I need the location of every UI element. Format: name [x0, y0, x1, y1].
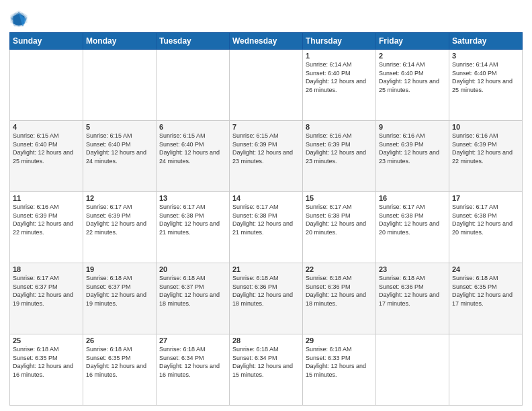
- calendar-cell: 22Sunrise: 6:18 AM Sunset: 6:36 PM Dayli…: [303, 263, 376, 334]
- day-number: 28: [232, 336, 300, 345]
- calendar-cell: 15Sunrise: 6:17 AM Sunset: 6:38 PM Dayli…: [303, 192, 376, 263]
- calendar-cell: 25Sunrise: 6:18 AM Sunset: 6:35 PM Dayli…: [10, 334, 83, 406]
- day-info: Sunrise: 6:18 AM Sunset: 6:36 PM Dayligh…: [379, 274, 446, 308]
- day-info: Sunrise: 6:18 AM Sunset: 6:35 PM Dayligh…: [13, 345, 80, 379]
- calendar-cell: 13Sunrise: 6:17 AM Sunset: 6:38 PM Dayli…: [157, 192, 230, 263]
- calendar-cell: 12Sunrise: 6:17 AM Sunset: 6:39 PM Dayli…: [83, 192, 157, 263]
- calendar-cell: 10Sunrise: 6:16 AM Sunset: 6:39 PM Dayli…: [449, 121, 523, 192]
- day-info: Sunrise: 6:14 AM Sunset: 6:40 PM Dayligh…: [379, 60, 446, 94]
- calendar-cell: 29Sunrise: 6:18 AM Sunset: 6:33 PM Dayli…: [303, 334, 376, 406]
- day-info: Sunrise: 6:18 AM Sunset: 6:34 PM Dayligh…: [159, 345, 226, 379]
- day-info: Sunrise: 6:14 AM Sunset: 6:40 PM Dayligh…: [306, 60, 373, 94]
- day-info: Sunrise: 6:16 AM Sunset: 6:39 PM Dayligh…: [13, 203, 80, 236]
- calendar-cell: [10, 50, 83, 121]
- calendar-cell: 16Sunrise: 6:17 AM Sunset: 6:38 PM Dayli…: [376, 192, 449, 263]
- calendar-cell: 1Sunrise: 6:14 AM Sunset: 6:40 PM Daylig…: [303, 50, 376, 121]
- calendar-cell: 4Sunrise: 6:15 AM Sunset: 6:40 PM Daylig…: [10, 121, 83, 192]
- calendar-week-4: 18Sunrise: 6:17 AM Sunset: 6:37 PM Dayli…: [10, 263, 523, 334]
- day-info: Sunrise: 6:15 AM Sunset: 6:40 PM Dayligh…: [159, 132, 226, 165]
- day-info: Sunrise: 6:16 AM Sunset: 6:39 PM Dayligh…: [379, 132, 446, 165]
- day-info: Sunrise: 6:15 AM Sunset: 6:40 PM Dayligh…: [13, 132, 80, 165]
- calendar-cell: 20Sunrise: 6:18 AM Sunset: 6:37 PM Dayli…: [157, 263, 230, 334]
- day-number: 21: [232, 265, 300, 273]
- day-number: 14: [232, 194, 300, 202]
- calendar-cell: [376, 334, 449, 406]
- day-number: 3: [452, 52, 519, 60]
- col-sunday: Sunday: [10, 33, 83, 50]
- day-number: 1: [306, 52, 373, 60]
- day-number: 26: [86, 336, 153, 345]
- day-info: Sunrise: 6:17 AM Sunset: 6:37 PM Dayligh…: [13, 274, 80, 308]
- day-info: Sunrise: 6:18 AM Sunset: 6:35 PM Dayligh…: [86, 345, 153, 379]
- day-number: 8: [306, 123, 373, 131]
- day-info: Sunrise: 6:17 AM Sunset: 6:38 PM Dayligh…: [232, 203, 300, 236]
- calendar-cell: 9Sunrise: 6:16 AM Sunset: 6:39 PM Daylig…: [376, 121, 449, 192]
- calendar-cell: 26Sunrise: 6:18 AM Sunset: 6:35 PM Dayli…: [83, 334, 157, 406]
- day-number: 7: [232, 123, 300, 131]
- col-saturday: Saturday: [449, 33, 523, 50]
- page: Sunday Monday Tuesday Wednesday Thursday…: [0, 0, 532, 411]
- day-info: Sunrise: 6:18 AM Sunset: 6:37 PM Dayligh…: [159, 274, 226, 308]
- calendar-week-1: 1Sunrise: 6:14 AM Sunset: 6:40 PM Daylig…: [10, 50, 523, 121]
- day-info: Sunrise: 6:17 AM Sunset: 6:38 PM Dayligh…: [452, 203, 519, 236]
- day-number: 4: [13, 123, 80, 131]
- day-number: 9: [379, 123, 446, 131]
- calendar-week-2: 4Sunrise: 6:15 AM Sunset: 6:40 PM Daylig…: [10, 121, 523, 192]
- day-number: 29: [306, 336, 373, 345]
- day-number: 11: [13, 194, 80, 202]
- calendar-cell: 14Sunrise: 6:17 AM Sunset: 6:38 PM Dayli…: [230, 192, 303, 263]
- calendar-cell: 28Sunrise: 6:18 AM Sunset: 6:34 PM Dayli…: [230, 334, 303, 406]
- day-number: 15: [306, 194, 373, 202]
- logo-icon: [9, 9, 28, 28]
- day-info: Sunrise: 6:18 AM Sunset: 6:33 PM Dayligh…: [306, 345, 373, 379]
- calendar-cell: 17Sunrise: 6:17 AM Sunset: 6:38 PM Dayli…: [449, 192, 523, 263]
- col-thursday: Thursday: [303, 33, 376, 50]
- calendar-cell: 24Sunrise: 6:18 AM Sunset: 6:35 PM Dayli…: [449, 263, 523, 334]
- day-number: 17: [452, 194, 519, 202]
- day-number: 5: [86, 123, 153, 131]
- calendar-cell: 21Sunrise: 6:18 AM Sunset: 6:36 PM Dayli…: [230, 263, 303, 334]
- calendar-cell: 27Sunrise: 6:18 AM Sunset: 6:34 PM Dayli…: [157, 334, 230, 406]
- day-number: 12: [86, 194, 153, 202]
- calendar-cell: 7Sunrise: 6:15 AM Sunset: 6:39 PM Daylig…: [230, 121, 303, 192]
- day-info: Sunrise: 6:18 AM Sunset: 6:37 PM Dayligh…: [86, 274, 153, 308]
- day-number: 19: [86, 265, 153, 273]
- day-info: Sunrise: 6:18 AM Sunset: 6:35 PM Dayligh…: [452, 274, 519, 308]
- calendar-cell: 2Sunrise: 6:14 AM Sunset: 6:40 PM Daylig…: [376, 50, 449, 121]
- day-number: 2: [379, 52, 446, 60]
- day-info: Sunrise: 6:17 AM Sunset: 6:39 PM Dayligh…: [86, 203, 153, 236]
- calendar-cell: 5Sunrise: 6:15 AM Sunset: 6:40 PM Daylig…: [83, 121, 157, 192]
- calendar-cell: 19Sunrise: 6:18 AM Sunset: 6:37 PM Dayli…: [83, 263, 157, 334]
- calendar-table: Sunday Monday Tuesday Wednesday Thursday…: [9, 32, 523, 406]
- day-info: Sunrise: 6:16 AM Sunset: 6:39 PM Dayligh…: [452, 132, 519, 165]
- col-monday: Monday: [83, 33, 157, 50]
- header: [9, 7, 523, 28]
- day-number: 23: [379, 265, 446, 273]
- calendar-cell: [449, 334, 523, 406]
- day-info: Sunrise: 6:17 AM Sunset: 6:38 PM Dayligh…: [306, 203, 373, 236]
- day-info: Sunrise: 6:17 AM Sunset: 6:38 PM Dayligh…: [159, 203, 226, 236]
- calendar-header-row: Sunday Monday Tuesday Wednesday Thursday…: [10, 33, 523, 50]
- day-number: 22: [306, 265, 373, 273]
- day-number: 13: [159, 194, 226, 202]
- col-friday: Friday: [376, 33, 449, 50]
- calendar-week-5: 25Sunrise: 6:18 AM Sunset: 6:35 PM Dayli…: [10, 334, 523, 406]
- day-info: Sunrise: 6:18 AM Sunset: 6:34 PM Dayligh…: [232, 345, 300, 379]
- day-number: 20: [159, 265, 226, 273]
- day-number: 24: [452, 265, 519, 273]
- day-info: Sunrise: 6:15 AM Sunset: 6:40 PM Dayligh…: [86, 132, 153, 165]
- day-number: 27: [159, 336, 226, 345]
- day-info: Sunrise: 6:14 AM Sunset: 6:40 PM Dayligh…: [452, 60, 519, 94]
- calendar-cell: 11Sunrise: 6:16 AM Sunset: 6:39 PM Dayli…: [10, 192, 83, 263]
- calendar-cell: [230, 50, 303, 121]
- day-number: 25: [13, 336, 80, 345]
- day-number: 16: [379, 194, 446, 202]
- calendar-cell: 6Sunrise: 6:15 AM Sunset: 6:40 PM Daylig…: [157, 121, 230, 192]
- day-info: Sunrise: 6:18 AM Sunset: 6:36 PM Dayligh…: [232, 274, 300, 308]
- calendar-cell: [83, 50, 157, 121]
- col-wednesday: Wednesday: [230, 33, 303, 50]
- calendar-cell: 3Sunrise: 6:14 AM Sunset: 6:40 PM Daylig…: [449, 50, 523, 121]
- calendar-cell: 23Sunrise: 6:18 AM Sunset: 6:36 PM Dayli…: [376, 263, 449, 334]
- col-tuesday: Tuesday: [157, 33, 230, 50]
- day-number: 18: [13, 265, 80, 273]
